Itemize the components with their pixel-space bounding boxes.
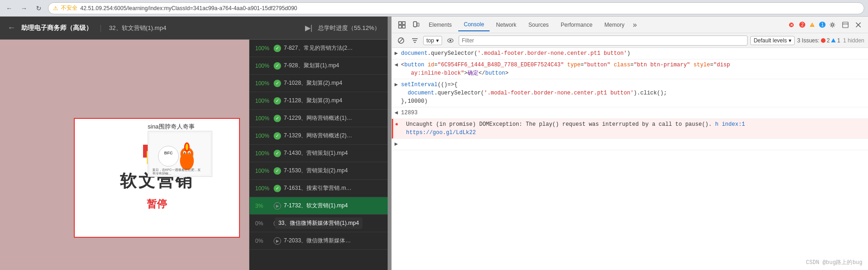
- item-percent: 100%: [255, 168, 274, 174]
- video-area: 软文营销 暂停 sina围脖奇人奇事 BFC: [0, 40, 249, 270]
- item-name: 7-1028、聚划算(2).mp4: [284, 79, 382, 87]
- course-back-button[interactable]: ←: [7, 23, 16, 33]
- playlist-item[interactable]: 0%▶7-1832、软文营销(2).mp4: [250, 215, 388, 232]
- forward-button[interactable]: →: [18, 3, 30, 14]
- playlist-item[interactable]: 100%✓7-1128、聚划算(3).mp4: [250, 92, 388, 110]
- svg-line-30: [399, 39, 403, 42]
- svg-text:某日，在KFC一遇饿着狂狂肥，友: 某日，在KFC一遇饿着狂狂肥，友: [152, 168, 201, 171]
- filter-toggle-button[interactable]: [409, 35, 420, 46]
- item-name: 7-1631、搜索引擎营销.m…: [284, 184, 382, 192]
- security-warning-text: 不安全: [61, 4, 78, 12]
- svg-point-24: [832, 23, 834, 26]
- item-percent: 100%: [255, 98, 274, 104]
- tab-console[interactable]: Console: [458, 18, 490, 31]
- context-label: top: [426, 37, 434, 44]
- error-link-url[interactable]: https://goo.gl/LdLk22: [406, 129, 476, 136]
- svg-point-10: [186, 144, 188, 150]
- device-toggle-button[interactable]: [409, 18, 422, 31]
- issues-error-button[interactable]: ✕: [785, 19, 797, 31]
- item-percent: 100%: [255, 80, 274, 87]
- playlist-item[interactable]: 100%✓7-827、常见的营销方法(2…: [250, 40, 388, 57]
- error-count-badge: 2: [799, 22, 806, 28]
- console-arrow-4[interactable]: ◀: [395, 109, 400, 117]
- playlist-item[interactable]: 100%✓7-1229、网络营销概述(1)…: [250, 110, 388, 127]
- issues-counter: 3 Issues: 2 1: [797, 37, 840, 44]
- url-text: 42.51.09.254:6005/learning/index:myClass…: [80, 5, 297, 12]
- playlist-item[interactable]: 100%✓7-1028、聚划算(2).mp4: [250, 75, 388, 92]
- tab-sources[interactable]: Sources: [523, 18, 554, 31]
- svg-rect-19: [417, 23, 419, 26]
- tab-memory[interactable]: Memory: [599, 18, 630, 31]
- sina-area: sina围脖奇人奇事 BFC: [148, 123, 221, 177]
- levels-selector[interactable]: Default levels ▾: [750, 36, 794, 45]
- item-percent: 0%: [255, 238, 274, 244]
- playlist-item[interactable]: 100%✓7-1430、营销策划(1).mp4: [250, 145, 388, 162]
- back-button[interactable]: ←: [4, 3, 15, 14]
- settings-button[interactable]: [826, 19, 838, 31]
- playlist-item[interactable]: 100%✓7-1631、搜索引擎营销.m…: [250, 180, 388, 197]
- console-toolbar: top ▾ Default levels ▾ 3 Issues: 2 1 1 h…: [392, 33, 868, 48]
- item-play-icon: ▶: [274, 202, 281, 210]
- playlist-item[interactable]: 3%▶7-1732、软文营销(1).mp433、微信微博新媒体营销(1).mp4: [250, 197, 388, 215]
- inspector-button[interactable]: [395, 18, 408, 31]
- console-text-1: document.querySelector('.modal-footer.bo…: [401, 49, 864, 58]
- console-prompt-text: [401, 140, 864, 148]
- video-playlist-area: 软文营销 暂停 sina围脖奇人奇事 BFC: [0, 40, 388, 270]
- hidden-label: 1 hidden: [843, 37, 864, 44]
- error-link-h[interactable]: h: [715, 121, 718, 128]
- error-link-index[interactable]: index:1: [722, 121, 745, 128]
- address-bar[interactable]: ⚠ 不安全 42.51.09.254:6005/learning/index:m…: [48, 2, 864, 14]
- playlist-item[interactable]: 100%✓7-928、聚划算(1).mp4: [250, 57, 388, 75]
- playlist-item[interactable]: 100%✓7-1329、网络营销概述(2)…: [250, 127, 388, 145]
- playlist-item[interactable]: 0%▶7-2033、微信微博新媒体…: [250, 232, 388, 250]
- item-name: 7-1430、营销策划(1).mp4: [284, 149, 382, 157]
- issues-warning-button[interactable]: !: [806, 19, 818, 31]
- svg-text:BFC: BFC: [164, 151, 173, 155]
- issues-label: 3 Issues:: [797, 37, 820, 44]
- item-percent: 100%: [255, 185, 274, 192]
- close-devtools-button[interactable]: [852, 19, 864, 31]
- csdn-watermark: CSDN @bug路上的bug: [806, 258, 862, 266]
- progress-text: 总学时进度（55.12%）: [318, 24, 380, 32]
- item-name: 7-928、聚划算(1).mp4: [284, 62, 382, 70]
- panel-divider[interactable]: [388, 17, 391, 270]
- pause-label: 暂停: [147, 197, 167, 211]
- console-error-count: 2: [827, 37, 830, 44]
- item-percent: 0%: [255, 220, 274, 227]
- svg-text:!: !: [812, 23, 813, 27]
- tab-performance[interactable]: Performance: [555, 18, 598, 31]
- item-percent: 100%: [255, 115, 274, 122]
- item-check-icon: ✓: [274, 150, 281, 157]
- reload-button[interactable]: ↻: [33, 3, 44, 14]
- context-selector[interactable]: top ▾: [423, 36, 442, 45]
- item-name: 7-1128、聚划算(3).mp4: [284, 97, 382, 105]
- svg-marker-34: [831, 38, 836, 42]
- tab-network[interactable]: Network: [491, 18, 522, 31]
- tab-elements[interactable]: Elements: [423, 18, 457, 31]
- svg-point-1: [158, 146, 179, 166]
- item-check-icon: ✓: [274, 97, 281, 105]
- item-name: 7-2033、微信微博新媒体…: [284, 237, 382, 245]
- clear-console-button[interactable]: [395, 35, 407, 46]
- warning-count-badge: 1: [819, 22, 826, 28]
- svg-rect-14: [402, 22, 405, 24]
- error-icon: ●: [395, 120, 398, 129]
- console-prompt-line[interactable]: ▶: [392, 139, 868, 150]
- item-check-icon: ✓: [274, 167, 281, 175]
- item-percent: 100%: [255, 150, 274, 157]
- item-check-icon: ✓: [274, 185, 281, 192]
- console-arrow-3[interactable]: ▶: [395, 81, 400, 89]
- svg-point-8: [189, 153, 190, 154]
- console-line-4: ◀ 12893: [392, 107, 868, 119]
- eye-button[interactable]: [445, 35, 456, 46]
- console-arrow-2[interactable]: ◀: [395, 61, 400, 69]
- console-content: ▶ document.querySelector('.modal-footer.…: [392, 48, 868, 270]
- more-tabs-button[interactable]: »: [631, 21, 639, 29]
- expand-button[interactable]: ▶|: [305, 23, 312, 32]
- filter-input[interactable]: [459, 35, 748, 46]
- dock-button[interactable]: [839, 19, 851, 31]
- item-name: 7-827、常见的营销方法(2…: [284, 44, 382, 52]
- console-arrow-1[interactable]: ▶: [395, 49, 400, 58]
- playlist-item[interactable]: 100%✓7-1530、营销策划(2).mp4: [250, 162, 388, 180]
- playlist-panel[interactable]: 100%✓7-827、常见的营销方法(2…100%✓7-928、聚划算(1).m…: [249, 40, 388, 270]
